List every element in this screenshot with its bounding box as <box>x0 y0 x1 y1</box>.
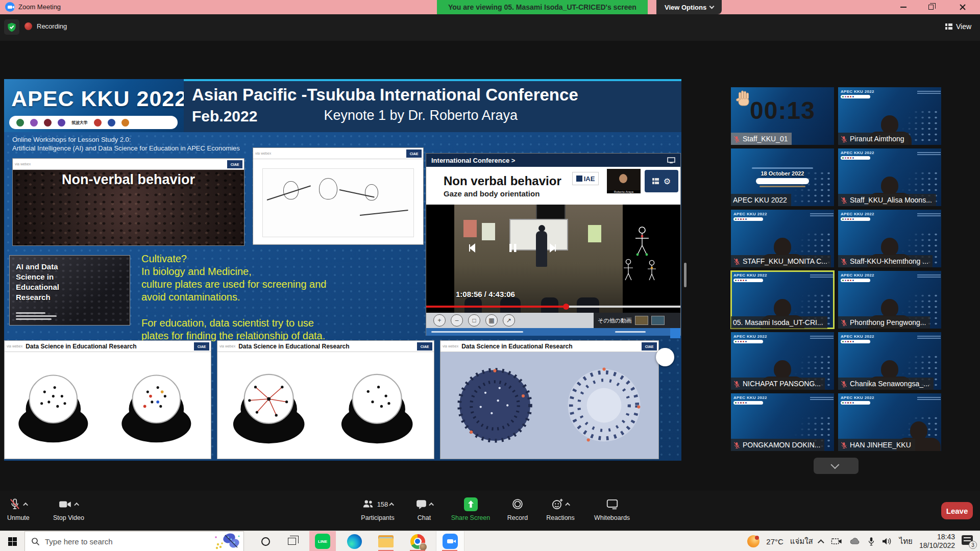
participants-button[interactable]: 158 Participants <box>353 495 402 521</box>
participant-name: PONGKAMON DOKIN... <box>743 441 820 449</box>
participant-tile[interactable]: APEC KKU 2022 NICHAPAT PANSONG... <box>731 332 834 390</box>
zoom-app-icon <box>5 2 15 12</box>
participant-tile[interactable]: APEC KKU 2022 Staff_KKU_Alisa Moons... <box>838 148 941 206</box>
taskbar-search[interactable]: Type here to search <box>24 531 244 551</box>
reactions-button[interactable]: Reactions <box>540 495 581 521</box>
restore-button[interactable] <box>920 0 942 14</box>
participant-tile[interactable]: APEC KKU 2022 Staff-KKU-Khemthong ... <box>838 210 941 267</box>
chat-button[interactable]: Chat <box>409 495 439 521</box>
record-button[interactable]: Record <box>502 495 533 521</box>
notification-count-badge: 3 <box>969 541 977 549</box>
reactions-icon <box>551 497 564 511</box>
task-view-button[interactable] <box>280 531 304 551</box>
cortana-button[interactable] <box>253 531 278 551</box>
stop-video-button[interactable]: Stop Video <box>53 495 84 521</box>
close-button[interactable] <box>951 0 974 14</box>
hand-petri-network <box>227 365 316 446</box>
more-participants-button[interactable] <box>814 458 859 474</box>
muted-mic-icon <box>840 135 848 143</box>
lecture-video-panel: International Conference > Non verbal be… <box>426 153 681 336</box>
layout-grid-icon <box>945 23 952 30</box>
taskbar-file-explorer-app[interactable] <box>373 531 399 551</box>
participant-name: Piranut Aimthong <box>850 135 904 143</box>
camera-in-use-icon[interactable] <box>831 537 842 545</box>
speaker-icon[interactable] <box>881 537 893 546</box>
gear-icon: ⚙ <box>664 177 671 186</box>
weather-description[interactable]: แจ่มใส <box>790 535 813 547</box>
thumb1-title: Non-verbal behavior <box>13 172 244 188</box>
cultivate-paragraph-2: For education, data scientist try to use… <box>141 317 325 342</box>
participant-tile[interactable]: APEC KKU 2022 PONGKAMON DOKIN... <box>731 393 834 451</box>
recording-label: Recording <box>37 22 67 30</box>
start-button[interactable] <box>0 531 24 551</box>
participant-name-tag: APEC KKU 2022 <box>731 194 791 206</box>
participant-name: APEC KKU 2022 <box>733 196 787 204</box>
whiteboards-button[interactable]: Whiteboards <box>588 495 636 521</box>
slide-thumb-networks: via webex Data Science in Educational Re… <box>440 340 659 459</box>
chevron-up-icon[interactable] <box>565 502 570 507</box>
notification-center-button[interactable]: 3 <box>962 535 975 547</box>
show-hidden-icons-chevron[interactable] <box>818 539 824 546</box>
presentation-title-box: Asian Pacific -Tsukuba International Con… <box>184 79 681 132</box>
like-icon: + <box>433 314 446 327</box>
head-pose-sketches <box>262 168 414 237</box>
participant-tile[interactable]: APEC KKU 2022 05. Masami Isoda_UT-CRI... <box>731 271 834 329</box>
participant-tile[interactable]: APEC KKU 2022 Piranut Aimthong <box>838 87 941 145</box>
chevron-up-icon[interactable] <box>23 502 29 507</box>
view-layout-button[interactable]: View <box>940 18 976 35</box>
participant-tile[interactable]: APEC KKU 2022 18 October 2022 APEC KKU 2… <box>731 148 834 206</box>
unmute-button[interactable]: Unmute <box>7 495 30 521</box>
participant-tile[interactable]: APEC KKU 2022 Phonthong Pengwong... <box>838 271 941 329</box>
participant-tile[interactable]: APEC KKU 2022 HAN JINHEE_KKU <box>838 393 941 451</box>
muted-mic-icon <box>733 135 741 143</box>
ciae-logo: CIAE <box>406 149 422 158</box>
annotation-circle <box>656 348 674 366</box>
taskbar-zoom-app[interactable] <box>436 531 464 551</box>
iae-logo: IAE <box>572 172 599 185</box>
weather-icon[interactable] <box>747 535 760 547</box>
participant-name-tag: Staff_KKU_01 <box>731 133 792 145</box>
slide-thumb-petri-2: via webex Data Science in Educational Re… <box>217 340 434 459</box>
slide-body: Online Workshops for Lesson Study 2.0: A… <box>4 132 681 461</box>
language-indicator[interactable]: ไทย <box>899 535 913 547</box>
leave-button[interactable]: Leave <box>941 502 973 519</box>
participant-name: Staff_KKU_Alisa Moons... <box>850 196 932 204</box>
weather-temperature[interactable]: 27°C <box>766 537 783 546</box>
record-icon <box>511 497 524 511</box>
chevron-up-icon[interactable] <box>74 502 79 507</box>
virtual-background-brand: APEC KKU 2022 <box>841 151 874 160</box>
participant-tile[interactable]: APEC KKU 2022 STAFF_KKU_MONITA C... <box>731 210 834 267</box>
minimize-button[interactable] <box>892 0 915 14</box>
taskbar-chrome-app[interactable] <box>404 531 431 551</box>
taskbar-edge-app[interactable] <box>341 531 368 551</box>
taskbar-clock[interactable]: 18:43 18/10/2022 <box>919 533 955 550</box>
hand-petri-dish <box>13 365 100 446</box>
windows-logo-icon <box>8 537 17 546</box>
onedrive-cloud-icon[interactable] <box>849 537 861 545</box>
cortana-icon <box>261 537 270 546</box>
annotation-square <box>670 328 680 338</box>
muted-mic-icon <box>840 380 848 388</box>
chevron-up-icon[interactable] <box>389 502 394 507</box>
share-screen-button[interactable]: Share Screen <box>446 495 495 521</box>
grid-icon: ▦ <box>485 314 498 327</box>
chevron-up-icon[interactable] <box>429 502 434 507</box>
participant-name-tag: Chanika Senawongsa_... <box>838 378 934 390</box>
taskbar-line-app[interactable]: LINE <box>309 531 336 551</box>
classroom-video: 1:08:56 / 4:43:06 <box>426 205 680 313</box>
view-options-button[interactable]: View Options <box>656 0 722 14</box>
participant-name: 05. Masami Isoda_UT-CRI... <box>733 318 823 327</box>
participant-name-tag: Phonthong Pengwong... <box>838 316 930 329</box>
keynote-line: Keynote 1 by Dr. Roberto Araya <box>324 108 518 125</box>
ciae-logo: CIAE <box>642 342 657 350</box>
participant-tile[interactable]: APEC KKU 2022 00:13 Staff_KKU_01 <box>731 87 834 145</box>
scroll-indicator[interactable] <box>684 263 687 287</box>
muted-mic-icon <box>840 258 848 265</box>
ring-network-graph <box>557 358 651 453</box>
microphone-icon[interactable] <box>868 537 875 546</box>
whiteboard-icon <box>605 497 619 511</box>
muted-mic-icon <box>840 196 848 204</box>
participant-tile[interactable]: APEC KKU 2022 Chanika Senawongsa_... <box>838 332 941 390</box>
share-screen-icon <box>464 497 478 511</box>
video-title: Non verbal behavior <box>444 174 561 188</box>
